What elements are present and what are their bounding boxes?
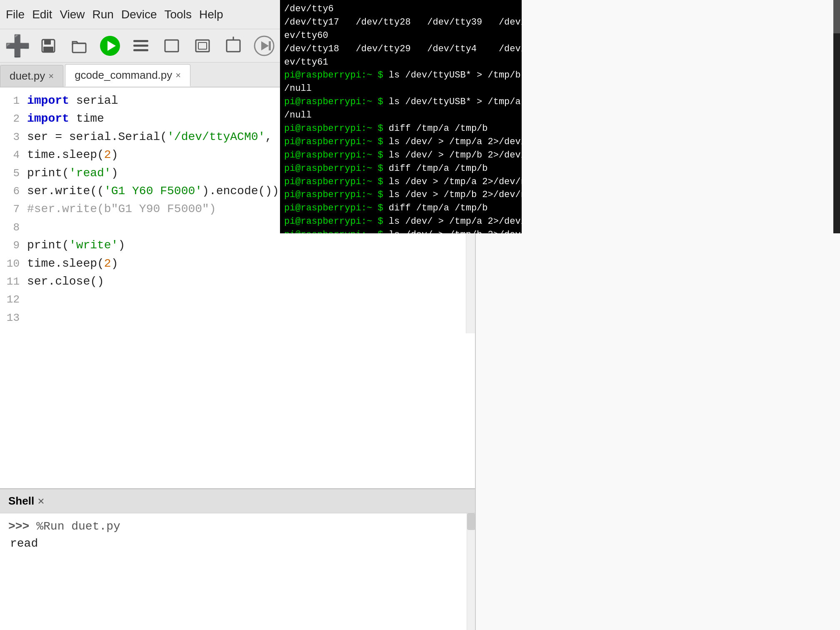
menu-view[interactable]: View <box>60 8 85 21</box>
code-line-12: 12 <box>0 290 475 308</box>
shell-tab-bar: Shell × <box>0 489 475 513</box>
shell-content[interactable]: >>> %Run duet.py read <box>0 513 475 630</box>
term-line-0: /dev/tty6 <box>284 2 518 16</box>
menu-device[interactable]: Device <box>121 8 157 21</box>
term-line-17: pi@raspberrypi:~ $ ls /dev/ > /tmp/b 2>/… <box>284 228 518 233</box>
tab-duet-close[interactable]: × <box>48 71 54 82</box>
svg-rect-16 <box>269 41 271 50</box>
menu-edit[interactable]: Edit <box>32 8 52 21</box>
term-line-12: pi@raspberrypi:~ $ diff /tmp/a /tmp/b <box>284 162 518 175</box>
code-line-11: 11 ser.close() <box>0 272 475 290</box>
terminal-scroll-thumb <box>833 0 840 33</box>
right-panel: ti :n u :s developer ⊞ Search th Was it … <box>475 0 840 630</box>
term-line-1: /dev/tty17 /dev/tty28 /dev/tty39 /dev/tt… <box>284 16 518 29</box>
svg-rect-2 <box>43 47 53 52</box>
term-line-8: /null <box>284 109 518 122</box>
shell-run-line: >>> %Run duet.py <box>8 520 467 533</box>
tab-gcode-close[interactable]: × <box>175 70 181 81</box>
code-line-9: 9 print('write') <box>0 236 475 254</box>
svg-rect-6 <box>133 40 148 42</box>
right-abbrev-s: :s <box>488 56 828 69</box>
term-line-5: pi@raspberrypi:~ $ ls /dev/ttyUSB* > /tm… <box>284 69 518 82</box>
term-line-2: ev/tty60 <box>284 29 518 42</box>
shell-output: read <box>8 537 467 550</box>
term-line-10: pi@raspberrypi:~ $ ls /dev/ > /tmp/a 2>/… <box>284 135 518 149</box>
svg-rect-1 <box>44 40 51 45</box>
svg-rect-7 <box>133 45 148 47</box>
debug-button[interactable] <box>128 32 154 59</box>
menu-tools[interactable]: Tools <box>165 8 192 21</box>
code-line-13: 13 <box>0 309 475 327</box>
resume-button[interactable] <box>251 32 278 59</box>
term-line-9: pi@raspberrypi:~ $ diff /tmp/a /tmp/b <box>284 122 518 135</box>
svg-rect-8 <box>133 49 148 51</box>
svg-rect-3 <box>72 43 86 52</box>
shell-tab-label[interactable]: Shell <box>8 495 34 508</box>
new-file-button[interactable]: ➕ <box>4 32 31 59</box>
term-line-14: pi@raspberrypi:~ $ ls /dev > /tmp/b 2>/d… <box>284 188 518 202</box>
right-label-u: u <box>488 39 828 52</box>
menu-file[interactable]: File <box>6 8 25 21</box>
right-top-content: ti :n u :s <box>476 0 840 300</box>
shell-scroll-thumb <box>467 513 475 530</box>
svg-marker-15 <box>261 41 269 50</box>
menu-run[interactable]: Run <box>92 8 114 21</box>
shell-command: %Run duet.py <box>36 520 120 533</box>
term-line-15: pi@raspberrypi:~ $ diff /tmp/a /tmp/b <box>284 202 518 215</box>
tab-duet-py[interactable]: duet.py × <box>0 65 63 87</box>
step-into-button[interactable] <box>189 32 216 59</box>
step-over-button[interactable] <box>158 32 185 59</box>
shell-close-button[interactable]: × <box>38 495 44 508</box>
step-out-button[interactable] <box>220 32 247 59</box>
term-line-6: /null <box>284 82 518 95</box>
right-abbrev-n: :n <box>488 26 828 39</box>
term-line-7: pi@raspberrypi:~ $ ls /dev/ttyUSB* > /tm… <box>284 95 518 109</box>
svg-rect-9 <box>165 40 178 52</box>
menu-help[interactable]: Help <box>199 8 223 21</box>
svg-rect-10 <box>196 40 209 52</box>
term-line-13: pi@raspberrypi:~ $ ls /dev > /tmp/a 2>/d… <box>284 175 518 189</box>
tab-gcode-command-py[interactable]: gcode_command.py × <box>65 64 190 87</box>
save-button[interactable] <box>35 32 62 59</box>
tab-gcode-label: gcode_command.py <box>75 69 172 82</box>
shell-prompt: >>> <box>8 520 36 533</box>
svg-rect-12 <box>227 40 240 52</box>
shell-scrollbar[interactable] <box>467 513 475 630</box>
tab-duet-label: duet.py <box>10 70 45 82</box>
shell-panel: Shell × >>> %Run duet.py read <box>0 488 475 630</box>
term-line-11: pi@raspberrypi:~ $ ls /dev/ > /tmp/b 2>/… <box>284 149 518 162</box>
run-button[interactable] <box>97 32 123 59</box>
svg-rect-11 <box>198 42 207 49</box>
terminal-window[interactable]: /dev/tty6 /dev/tty17 /dev/tty28 /dev/tty… <box>280 0 522 233</box>
term-line-3: /dev/tty18 /dev/tty29 /dev/tty4 /dev/tty… <box>284 42 518 56</box>
term-line-16: pi@raspberrypi:~ $ ls /dev/ > /tmp/a 2>/… <box>284 215 518 228</box>
open-button[interactable] <box>66 32 92 59</box>
right-label-ti: ti <box>488 8 828 22</box>
terminal-scrollbar[interactable] <box>833 0 840 233</box>
code-line-10: 10 time.sleep(2) <box>0 255 475 272</box>
term-line-4: ev/tty61 <box>284 56 518 69</box>
